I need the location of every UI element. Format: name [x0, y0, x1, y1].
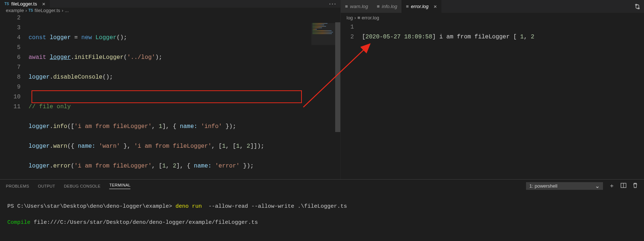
- code-lines[interactable]: const logger = new Logger(); await logge…: [29, 13, 340, 201]
- chevron-right-icon: ›: [25, 8, 27, 13]
- minimap[interactable]: [311, 23, 335, 45]
- gutter: 2 3 4 5 6 7 8 9 10 11: [0, 13, 29, 201]
- chevron-right-icon: ›: [354, 15, 356, 20]
- git-compare-icon[interactable]: [634, 4, 640, 10]
- tab-label: info.log: [382, 4, 397, 9]
- right-code-area[interactable]: 1 2 [2020-05-27 18:09:58] i am from file…: [341, 22, 644, 179]
- terminal-body[interactable]: PS C:\Users\star\Desktop\deno\deno-logge…: [0, 192, 644, 241]
- scrollbar[interactable]: [335, 22, 340, 179]
- tab-error-log[interactable]: ≡ error.log ×: [401, 0, 441, 13]
- terminal-line: Compile file:///C:/Users/star/Desktop/de…: [7, 219, 637, 227]
- left-breadcrumb[interactable]: example › TS fileLogger.ts › ...: [0, 8, 340, 13]
- tab-filelogger[interactable]: TS fileLogger.ts ×: [0, 0, 50, 8]
- tab-label: error.log: [411, 4, 429, 9]
- new-terminal-icon[interactable]: ＋: [609, 182, 615, 190]
- log-line: [2020-05-27 18:09:58] i am from fileLogg…: [362, 32, 644, 42]
- gutter: 1 2: [341, 22, 362, 179]
- panel-tab-output[interactable]: OUTPUT: [38, 184, 55, 188]
- tab-label: fileLogger.ts: [11, 1, 37, 7]
- code-line: await logger.initFileLogger('../log');: [29, 53, 340, 63]
- file-icon: ≡: [406, 4, 409, 9]
- terminal-select[interactable]: 1: powershell: [526, 182, 603, 190]
- file-icon: ≡: [358, 15, 360, 20]
- breadcrumb-file: fileLogger.ts: [34, 8, 60, 13]
- right-breadcrumb[interactable]: log › ≡ error.log: [341, 13, 644, 22]
- code-line: logger.error('i am from fileLogger', [1,…: [29, 161, 340, 171]
- left-tab-bar: TS fileLogger.ts × ···: [0, 0, 340, 8]
- breadcrumb-tail: ...: [65, 8, 69, 13]
- right-tab-bar: ≡ warn.log ≡ info.log ≡ error.log ×: [341, 0, 644, 13]
- code-line: const logger = new Logger();: [29, 33, 340, 43]
- chevron-right-icon: ›: [62, 8, 63, 13]
- panel-tab-debug[interactable]: DEBUG CONSOLE: [64, 184, 101, 188]
- tab-info-log[interactable]: ≡ info.log: [373, 0, 402, 13]
- close-icon[interactable]: ×: [434, 3, 437, 10]
- log-lines[interactable]: [2020-05-27 18:09:58] i am from fileLogg…: [362, 22, 644, 179]
- code-line: logger.disableConsole();: [29, 72, 340, 82]
- panel-tabs: PROBLEMS OUTPUT DEBUG CONSOLE TERMINAL 1…: [0, 180, 644, 192]
- trash-icon[interactable]: [632, 182, 638, 190]
- bottom-panel: PROBLEMS OUTPUT DEBUG CONSOLE TERMINAL 1…: [0, 179, 644, 241]
- left-editor-pane: TS fileLogger.ts × ··· example › TS file…: [0, 0, 341, 179]
- left-code-area[interactable]: 2 3 4 5 6 7 8 9 10 11 const logger = new…: [0, 13, 340, 201]
- code-line: // file only: [29, 102, 340, 112]
- tab-actions: ···: [325, 0, 340, 8]
- more-icon[interactable]: ···: [329, 0, 337, 8]
- panel-tab-terminal[interactable]: TERMINAL: [109, 183, 130, 189]
- tab-label: warn.log: [350, 4, 368, 9]
- panel-tab-problems[interactable]: PROBLEMS: [6, 184, 29, 188]
- breadcrumb-folder: log: [347, 15, 353, 20]
- file-icon: ≡: [345, 4, 348, 9]
- ts-icon: TS: [28, 8, 33, 12]
- close-icon[interactable]: ×: [42, 1, 45, 7]
- tab-actions: [631, 0, 644, 13]
- code-line: logger.warn({ name: 'warn' }, 'i am from…: [29, 142, 340, 151]
- tab-warn-log[interactable]: ≡ warn.log: [341, 0, 373, 13]
- split-terminal-icon[interactable]: [621, 182, 626, 190]
- breadcrumb-folder: example: [6, 8, 24, 13]
- code-line: logger.info(['i am from fileLogger', 1],…: [29, 122, 340, 132]
- breadcrumb-file: error.log: [362, 15, 379, 20]
- file-icon: ≡: [377, 4, 380, 9]
- right-editor-pane: ≡ warn.log ≡ info.log ≡ error.log ×: [341, 0, 644, 179]
- ts-icon: TS: [4, 2, 9, 6]
- terminal-line: PS C:\Users\star\Desktop\deno\deno-logge…: [7, 203, 637, 211]
- scrollbar-thumb[interactable]: [335, 22, 340, 132]
